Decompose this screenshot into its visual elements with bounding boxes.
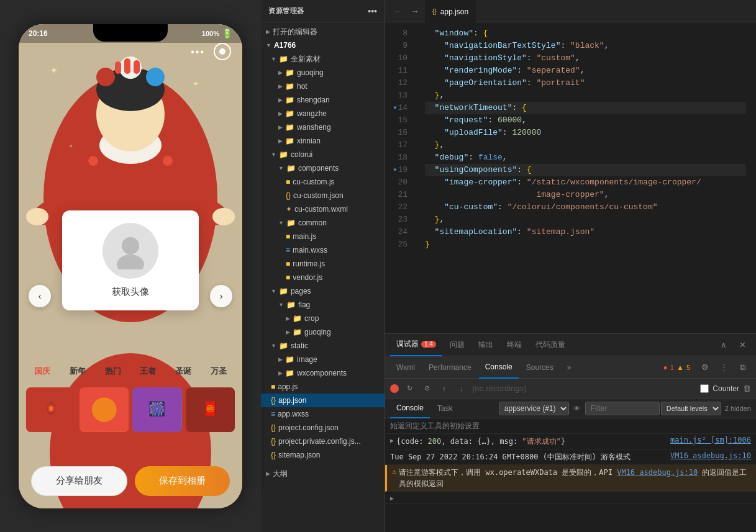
stop-button[interactable]: [390, 384, 399, 393]
console-more-btn[interactable]: ⋮: [715, 359, 732, 376]
folder-wansheng[interactable]: ▶ 📁 wansheng: [261, 120, 385, 134]
inner-tab-performance[interactable]: Performance: [422, 356, 478, 379]
folder-xinsu[interactable]: ▼ 📁 全新素材: [261, 52, 385, 66]
bottom-tab-task[interactable]: Task: [431, 399, 459, 418]
expand-btn-1[interactable]: ▶: [390, 437, 394, 444]
devtab-output[interactable]: 输出: [472, 334, 499, 356]
folder-shengdan[interactable]: ▶ 📁 shengdan: [261, 93, 385, 107]
folder-crop[interactable]: ▶ 📁 crop: [261, 312, 385, 325]
svg-text:🎆: 🎆: [148, 400, 166, 417]
thumb-1[interactable]: 🏮: [26, 387, 76, 432]
inner-tab-console[interactable]: Console: [479, 356, 519, 379]
overflow-menu[interactable]: •••: [191, 47, 205, 58]
tab-guoqing[interactable]: 国庆: [34, 366, 50, 377]
nav-forward-button[interactable]: →: [408, 4, 422, 19]
inner-tab-more[interactable]: »: [561, 356, 578, 379]
file-app-wxss[interactable]: ≡ app.wxss: [261, 407, 385, 421]
devtab-debugger[interactable]: 调试器 1.4: [390, 334, 442, 356]
warn-icon: ▲: [676, 363, 684, 372]
bottom-tab-console[interactable]: Console: [390, 399, 430, 418]
avatar-label: 获取头像: [112, 286, 149, 298]
svg-text:🧧: 🧧: [202, 400, 219, 417]
more-actions-icon[interactable]: •••: [368, 6, 377, 16]
console-msg-2: Tue Sep 27 2022 20:16:24 GMT+0800 (中国标准时…: [385, 449, 756, 465]
file-app-js[interactable]: ■ app.js: [261, 380, 385, 394]
app-service-selector[interactable]: appservice (#1): [499, 402, 569, 415]
right-panel: ← → {} app.json 8 9 10 11 12 13 ▼14 15 1…: [385, 0, 756, 532]
file-cu-custom-js[interactable]: ■ cu-custom.js: [261, 175, 385, 189]
folder-colorui[interactable]: ▼ 📁 colorui: [261, 148, 385, 161]
nav-prev-button[interactable]: ‹: [29, 285, 51, 307]
clear-button[interactable]: ⊘: [420, 382, 434, 395]
msg-3-link[interactable]: VM16 asdebug.js:10: [617, 468, 698, 477]
open-editors-section[interactable]: ▶ 打开的编辑器: [261, 25, 385, 38]
devtools-collapse-btn[interactable]: ∧: [715, 336, 732, 354]
tab-wansheng[interactable]: 万圣: [211, 366, 227, 377]
thumb-4[interactable]: 🧧: [186, 387, 235, 432]
console-messages: 始返回定义工具的初始设置 ▶ {code: 200, data: {…}, ms…: [385, 418, 756, 532]
folder-common[interactable]: ▼ 📁 common: [261, 216, 385, 230]
inner-tab-bar: Wxml Performance Console Sources » ● 1 ▲…: [385, 356, 756, 379]
thumb-2[interactable]: [80, 387, 129, 432]
tab-wangzhe[interactable]: 王者: [140, 366, 156, 377]
tab-hot[interactable]: 热门: [105, 366, 121, 377]
refresh-button[interactable]: ↻: [403, 382, 416, 395]
file-project-config[interactable]: {} project.config.json: [261, 421, 385, 435]
thumb-3[interactable]: 🎆: [132, 387, 182, 432]
msg-2-link[interactable]: VM16 asdebug.js:10: [670, 451, 751, 460]
log-level-select[interactable]: Default levels Verbose Info Warnings Err…: [661, 402, 721, 415]
msg-1-link[interactable]: main.js² [sm]:1006: [670, 436, 751, 444]
devtools-close-btn[interactable]: ✕: [734, 336, 751, 354]
expand-btn-bottom[interactable]: ▶: [390, 495, 394, 502]
file-main-js[interactable]: ■ main.js: [261, 230, 385, 243]
folder-wangzhe[interactable]: ▶ 📁 wangzhe: [261, 107, 385, 120]
share-button[interactable]: 分享给朋友: [31, 466, 127, 496]
editor-tab-bar: ← → {} app.json: [385, 0, 756, 22]
nav-next-button[interactable]: ›: [210, 285, 232, 307]
folder-pages[interactable]: ▼ 📁 pages: [261, 284, 385, 298]
folder-static[interactable]: ▼ 📁 static: [261, 339, 385, 353]
file-cu-custom-json[interactable]: {} cu-custom.json: [261, 189, 385, 202]
console-detach-btn[interactable]: ⧉: [734, 359, 751, 376]
folder-image[interactable]: ▶ 📁 image: [261, 353, 385, 366]
folder-hot[interactable]: ▶ 📁 hot: [261, 79, 385, 93]
file-runtime-js[interactable]: ■ runtime.js: [261, 257, 385, 271]
file-cu-custom-wxml[interactable]: ✦ cu-custom.wxml: [261, 202, 385, 216]
save-button[interactable]: 保存到相册: [135, 466, 230, 496]
folder-guoqing[interactable]: ▶ 📁 guoqing: [261, 66, 385, 79]
folder-wxcomponents[interactable]: ▶ 📁 wxcomponents: [261, 366, 385, 380]
eye-button[interactable]: 👁: [570, 402, 584, 415]
code-line-9: "navigationBarTextStyle": "black",: [425, 40, 746, 52]
inner-tab-sources[interactable]: Sources: [520, 356, 560, 379]
devtab-terminal[interactable]: 终端: [501, 334, 528, 356]
file-sitemap[interactable]: {} sitemap.json: [261, 448, 385, 462]
nav-back-button[interactable]: ←: [390, 4, 405, 19]
tab-app-json[interactable]: {} app.json: [425, 0, 476, 22]
trash-button[interactable]: 🗑: [743, 384, 751, 393]
file-app-json[interactable]: {} app.json: [261, 394, 385, 407]
inner-tab-wxml[interactable]: Wxml: [390, 356, 421, 379]
code-line-17: },: [425, 139, 746, 151]
project-root[interactable]: ▼ A1766: [261, 38, 385, 52]
file-vendor-js[interactable]: ■ vendor.js: [261, 271, 385, 284]
tab-json-icon: {}: [432, 8, 437, 15]
outline-section[interactable]: ▶ 大纲: [261, 467, 385, 480]
folder-flag[interactable]: ▼ 📁 flag: [261, 298, 385, 312]
counter-checkbox[interactable]: [700, 384, 709, 393]
record-button[interactable]: [214, 43, 231, 60]
devtab-issues[interactable]: 问题: [444, 334, 471, 356]
folder-xinnian[interactable]: ▶ 📁 xinnian: [261, 134, 385, 148]
console-settings-btn[interactable]: ⚙: [696, 359, 714, 376]
file-project-private[interactable]: {} project.private.config.js...: [261, 435, 385, 448]
filter-input[interactable]: [585, 402, 660, 415]
category-tabs: 国庆 新年 热门 王者 圣诞 万圣: [19, 366, 242, 377]
folder-components[interactable]: ▼ 📁 components: [261, 161, 385, 175]
folder-pages-guoqing[interactable]: ▶ 📁 guoqing: [261, 325, 385, 339]
tab-xinnian[interactable]: 新年: [70, 366, 86, 377]
upload-button[interactable]: ↑: [437, 382, 451, 395]
warn-icon-msg3: ⚠: [392, 467, 396, 476]
tab-shengdan[interactable]: 圣诞: [175, 366, 191, 377]
devtab-quality[interactable]: 代码质量: [529, 334, 572, 356]
file-main-wxss[interactable]: ≡ main.wxss: [261, 243, 385, 257]
download-button[interactable]: ↓: [455, 382, 468, 395]
